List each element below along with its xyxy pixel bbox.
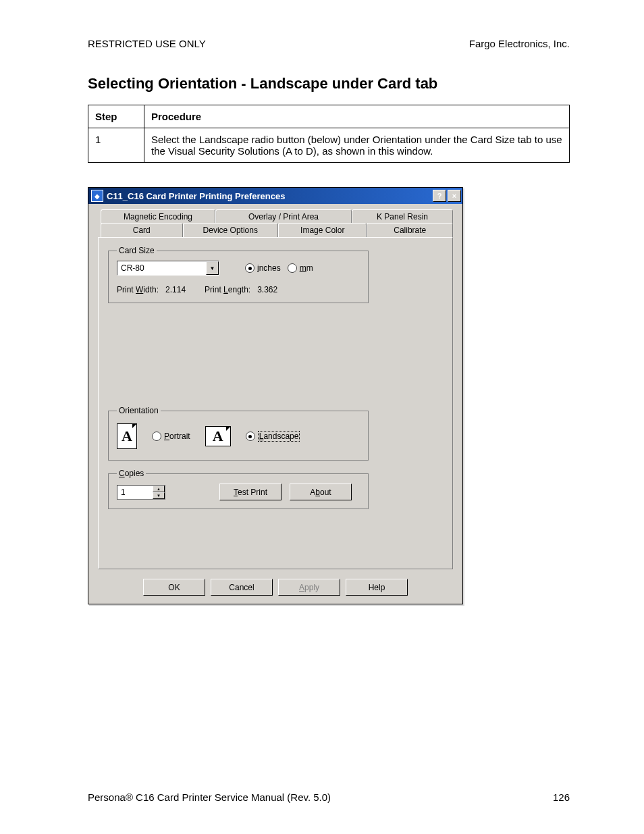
orientation-group: Orientation A Portrait A bbox=[108, 406, 369, 461]
copies-group: Copies 1 ▲ ▼ bbox=[108, 469, 369, 509]
col-procedure: Procedure bbox=[144, 105, 570, 128]
section-title: Selecting Orientation - Landscape under … bbox=[88, 75, 570, 93]
tab-image-color[interactable]: Image Color bbox=[278, 223, 367, 237]
help-action-button[interactable]: Help bbox=[346, 579, 408, 596]
preferences-dialog: ◆ C11_C16 Card Printer Printing Preferen… bbox=[88, 187, 463, 604]
unit-mm-radio[interactable]: mm bbox=[288, 263, 313, 273]
radio-dot-icon bbox=[246, 432, 255, 441]
copies-spinner[interactable]: 1 ▲ ▼ bbox=[117, 485, 165, 500]
print-width-value: 2.114 bbox=[165, 285, 186, 294]
radio-dot-icon bbox=[288, 263, 297, 273]
app-icon: ◆ bbox=[91, 190, 103, 202]
radio-dot-icon bbox=[152, 432, 161, 441]
tab-magnetic-encoding[interactable]: Magnetic Encoding bbox=[101, 209, 215, 224]
cancel-button[interactable]: Cancel bbox=[211, 579, 273, 596]
close-button[interactable]: × bbox=[448, 190, 461, 202]
test-print-button[interactable]: Test Print bbox=[219, 484, 281, 500]
radio-dot-icon bbox=[245, 263, 254, 273]
orientation-legend: Orientation bbox=[117, 406, 161, 415]
spin-down-icon[interactable]: ▼ bbox=[153, 492, 165, 499]
card-size-combo[interactable]: CR-80 ▼ bbox=[117, 261, 219, 276]
footer-left: Persona® C16 Card Printer Service Manual… bbox=[88, 791, 331, 803]
portrait-icon: A bbox=[117, 423, 137, 449]
table-row: 1 Select the Landscape radio button (bel… bbox=[88, 128, 570, 163]
tab-strip: Magnetic Encoding Overlay / Print Area K… bbox=[98, 209, 453, 569]
tab-panel-card: Card Size CR-80 ▼ inches bbox=[98, 237, 453, 569]
landscape-icon: A bbox=[205, 426, 231, 446]
tab-card[interactable]: Card bbox=[101, 223, 183, 237]
tab-calibrate[interactable]: Calibrate bbox=[367, 223, 453, 237]
copies-value: 1 bbox=[117, 486, 153, 499]
step-number: 1 bbox=[88, 128, 144, 163]
card-size-value: CR-80 bbox=[117, 263, 206, 273]
landscape-radio[interactable]: Landscape bbox=[246, 431, 300, 442]
procedure-table: Step Procedure 1 Select the Landscape ra… bbox=[88, 105, 570, 163]
page-number: 126 bbox=[553, 791, 570, 803]
window-title: C11_C16 Card Printer Printing Preference… bbox=[107, 191, 431, 201]
print-length-label: Print Length: 3.362 bbox=[205, 285, 277, 294]
about-button[interactable]: About bbox=[290, 484, 352, 500]
unit-inches-radio[interactable]: inches bbox=[245, 263, 281, 273]
company-label: Fargo Electronics, Inc. bbox=[469, 38, 570, 49]
card-size-legend: Card Size bbox=[117, 246, 157, 255]
col-step: Step bbox=[88, 105, 144, 128]
tab-overlay-print-area[interactable]: Overlay / Print Area bbox=[215, 209, 352, 224]
card-size-group: Card Size CR-80 ▼ inches bbox=[108, 246, 369, 303]
step-text: Select the Landscape radio button (below… bbox=[144, 128, 570, 163]
tab-device-options[interactable]: Device Options bbox=[183, 223, 278, 237]
ok-button[interactable]: OK bbox=[143, 579, 205, 596]
help-button[interactable]: ? bbox=[433, 190, 446, 202]
portrait-radio[interactable]: Portrait bbox=[152, 432, 190, 441]
copies-legend: Copies bbox=[117, 469, 146, 478]
apply-button[interactable]: Apply bbox=[278, 579, 340, 596]
restricted-label: RESTRICTED USE ONLY bbox=[88, 38, 206, 49]
chevron-down-icon[interactable]: ▼ bbox=[206, 261, 219, 275]
print-length-value: 3.362 bbox=[257, 285, 277, 294]
print-width-label: Print Width: 2.114 bbox=[117, 285, 186, 294]
tab-k-panel-resin[interactable]: K Panel Resin bbox=[352, 209, 453, 224]
spin-up-icon[interactable]: ▲ bbox=[153, 486, 165, 492]
titlebar[interactable]: ◆ C11_C16 Card Printer Printing Preferen… bbox=[88, 188, 462, 204]
